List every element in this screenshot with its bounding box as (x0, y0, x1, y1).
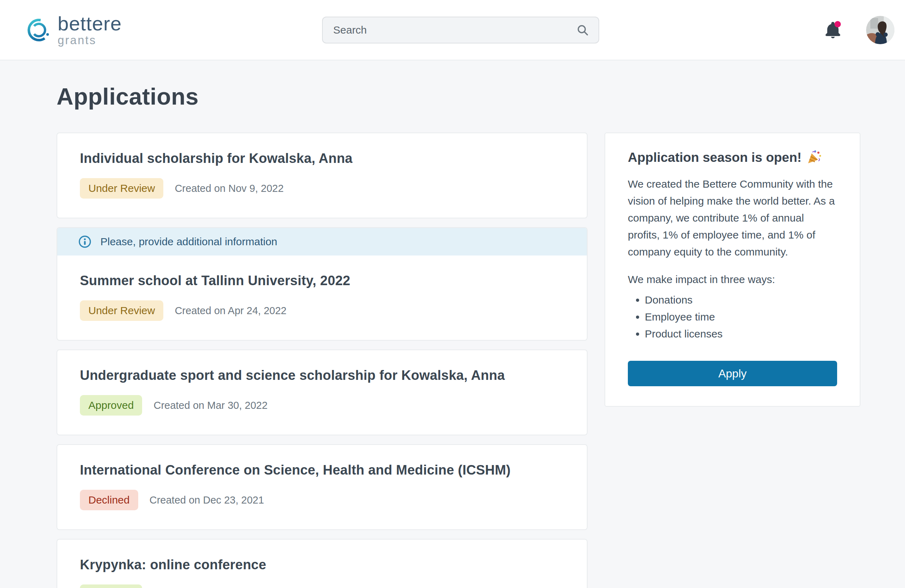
brand-wordmark: bettere grants (58, 14, 122, 46)
apply-button[interactable]: Apply (628, 361, 837, 386)
info-icon (78, 235, 91, 248)
impact-item: Donations (645, 292, 837, 309)
created-date: Created on Nov 9, 2022 (175, 183, 284, 194)
status-badge: Approved (80, 585, 142, 588)
notification-dot (835, 21, 841, 27)
user-avatar[interactable] (866, 16, 894, 44)
promo-panel: Application season is open! We created t… (605, 133, 861, 407)
search-input[interactable] (322, 17, 599, 43)
avatar-photo-icon (866, 16, 894, 44)
brand[interactable]: bettere grants (27, 14, 322, 46)
status-badge: Declined (80, 490, 138, 510)
promo-impact-intro: We make impact in three ways: (628, 271, 837, 288)
created-date: Created on Apr 24, 2022 (175, 305, 286, 317)
application-title[interactable]: Undergraduate sport and science scholars… (80, 368, 564, 383)
created-date: Created on Dec 23, 2021 (149, 494, 264, 506)
search-icon[interactable] (576, 23, 589, 37)
status-badge: Under Review (80, 300, 164, 321)
status-badge: Under Review (80, 178, 164, 198)
header-actions (599, 16, 895, 44)
info-banner: Please, provide additional information (57, 228, 587, 255)
status-badge: Approved (80, 395, 142, 415)
application-title[interactable]: Summer school at Tallinn University, 202… (80, 273, 564, 288)
promo-paragraph: We created the Bettere Community with th… (628, 176, 837, 260)
application-card[interactable]: Undergraduate sport and science scholars… (57, 349, 587, 435)
search-bar (322, 17, 599, 43)
brand-name: bettere (58, 14, 122, 33)
main-content: Applications Individual scholarship for … (0, 83, 905, 588)
application-title[interactable]: International Conference on Science, Hea… (80, 463, 564, 478)
application-title[interactable]: Krypynka: online conference (80, 557, 564, 572)
application-card[interactable]: Individual scholarship for Kowalska, Ann… (57, 133, 587, 219)
applications-list: Individual scholarship for Kowalska, Ann… (57, 133, 587, 588)
application-card[interactable]: International Conference on Science, Hea… (57, 444, 587, 530)
application-card[interactable]: Please, provide additional information S… (57, 227, 587, 341)
page-title: Applications (57, 83, 905, 110)
application-title[interactable]: Individual scholarship for Kowalska, Ann… (80, 151, 564, 166)
impact-list: DonationsEmployee timeProduct licenses (628, 292, 837, 342)
bell-icon (824, 21, 841, 40)
created-date: Created on Mar 30, 2022 (153, 399, 267, 411)
app-header: bettere grants (0, 0, 905, 60)
notifications-button[interactable] (824, 21, 841, 40)
impact-item: Product licenses (645, 325, 837, 342)
info-banner-text: Please, provide additional information (100, 236, 277, 248)
party-popper-icon (807, 150, 821, 165)
bettere-logo-icon (27, 17, 51, 43)
application-card[interactable]: Krypynka: online conference Approved (57, 539, 587, 588)
brand-subtitle: grants (58, 34, 122, 46)
promo-title: Application season is open! (628, 150, 837, 165)
impact-item: Employee time (645, 309, 837, 325)
